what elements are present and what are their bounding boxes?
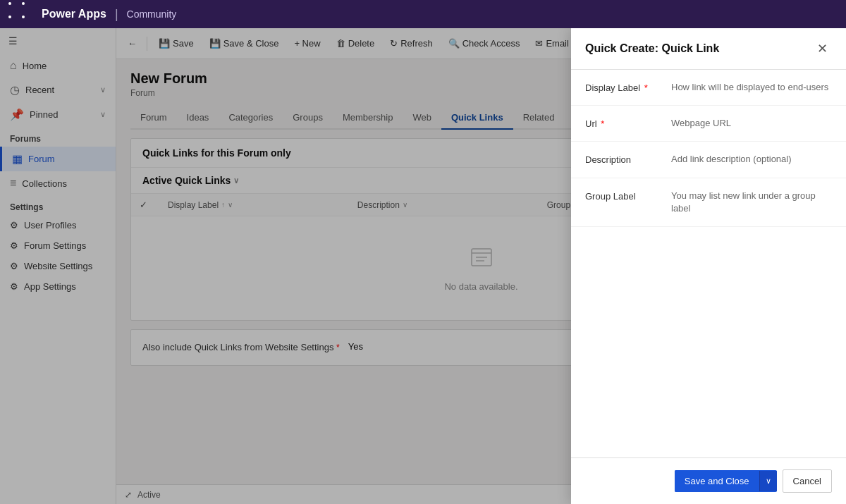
required-star: *: [644, 82, 648, 93]
qc-field-url: Url * Webpage URL: [571, 106, 846, 142]
qc-group-label-label: Group Label: [585, 190, 663, 202]
required-star: *: [601, 118, 604, 129]
qc-description-label: Description: [585, 153, 663, 165]
qc-display-label-label: Display Label *: [585, 81, 663, 93]
qc-footer: Save and Close ∨ Cancel: [571, 457, 846, 504]
qc-field-group-label: Group Label You may list new link under …: [571, 178, 846, 227]
qc-header: Quick Create: Quick Link ✕: [571, 28, 846, 70]
qc-title: Quick Create: Quick Link: [585, 42, 719, 55]
qc-field-description: Description Add link description (option…: [571, 142, 846, 178]
qc-group-label-value[interactable]: You may list new link under a group labe…: [671, 190, 832, 215]
qc-close-button[interactable]: ✕: [813, 39, 832, 58]
community-label: Community: [127, 8, 177, 20]
app-grid-icon[interactable]: [8, 2, 33, 27]
top-bar: Power Apps | Community: [0, 0, 846, 28]
qc-display-label-value[interactable]: How link will be displayed to end-users: [671, 81, 832, 94]
save-and-close-chevron[interactable]: ∨: [759, 471, 777, 491]
cancel-button[interactable]: Cancel: [783, 469, 832, 493]
qc-url-label: Url *: [585, 117, 663, 129]
main-layout: ☰ ⌂ Home ◷ Recent ∨ 📌 Pinned ∨ Forums ▦ …: [0, 28, 846, 504]
qc-url-value[interactable]: Webpage URL: [671, 117, 832, 130]
save-and-close-button[interactable]: Save and Close ∨: [675, 470, 777, 492]
qc-field-display-label: Display Label * How link will be display…: [571, 70, 846, 106]
quick-create-panel: Quick Create: Quick Link ✕ Display Label…: [571, 28, 846, 504]
qc-description-value[interactable]: Add link description (optional): [671, 153, 832, 166]
app-name: Power Apps: [42, 8, 106, 20]
save-and-close-main[interactable]: Save and Close: [675, 470, 759, 492]
qc-body: Display Label * How link will be display…: [571, 70, 846, 457]
top-bar-divider: |: [115, 7, 118, 22]
